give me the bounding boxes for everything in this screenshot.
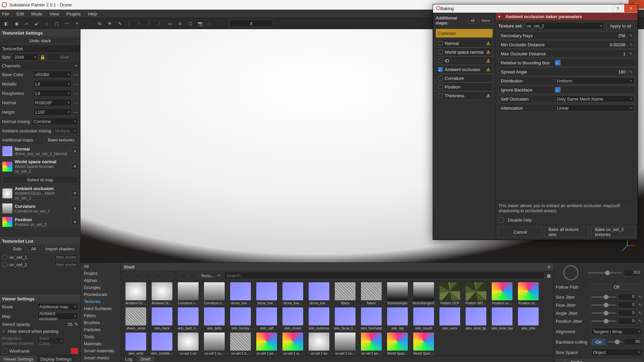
baking-bake-all-button[interactable]: Bake all texture sets (545, 227, 588, 237)
tab-viewer-settings[interactable]: Viewer Settings (0, 355, 37, 362)
shelf-view-1-icon[interactable] (124, 272, 132, 279)
baking-cancel-button[interactable]: Cancel (498, 227, 542, 237)
ts-import-shaders-button[interactable]: Import shaders (42, 245, 78, 252)
shelf-item[interactable]: drone_low… (307, 282, 331, 305)
shelf-cat-filters[interactable]: Filters (80, 312, 121, 319)
brush-angle-slider[interactable] (588, 272, 622, 274)
shelf-item[interactable]: drone_low… (281, 282, 305, 305)
wireframe-color-swatch[interactable] (71, 348, 78, 354)
shelf-view-6-icon[interactable] (179, 272, 187, 279)
channel-remove-icon[interactable]: — (74, 72, 78, 77)
tool-arrow-icon[interactable]: 〉 (207, 20, 214, 27)
bake-map-checkbox[interactable] (438, 76, 443, 80)
param-edit-icon[interactable]: ✎ (628, 33, 634, 39)
shelf-item[interactable]: skin_back (150, 307, 174, 330)
baking-none-button[interactable]: None (479, 17, 493, 24)
param-checkbox[interactable] (555, 87, 560, 93)
shelf-item[interactable]: drone_low… (228, 282, 253, 305)
shelf-item[interactable]: Pattern WO… (464, 282, 488, 305)
tab-display-settings[interactable]: Display Settings (37, 355, 75, 362)
tool-cycle-a-icon[interactable]: 〉 (126, 20, 133, 27)
tool-persp-icon[interactable]: ▭ (166, 20, 174, 27)
undo-stack-button[interactable]: Undo stack (2, 37, 78, 44)
map-slot[interactable]: PositionPosition uv_set_2✕ (0, 215, 80, 229)
shelf-item[interactable]: Curvature u… (176, 282, 200, 305)
map-slot[interactable]: Normaldrone_low_uv_set_2_Normal✕ (0, 144, 80, 158)
shelf-item[interactable]: uv-set 1 ao (176, 332, 200, 355)
shelf-item[interactable]: uv-set 1 d… (228, 332, 253, 355)
sizespace-dropdown[interactable]: Object (591, 349, 642, 356)
textureset-item[interactable]: uv_set_2 (9, 262, 52, 267)
shelf-view-5-icon[interactable] (164, 272, 172, 279)
shelf-item[interactable]: Position uv… (490, 282, 514, 305)
bake-map-checkbox[interactable] (438, 58, 443, 63)
shelf-categories[interactable]: AllProjectAlphasGrungesProceduralsTextur… (80, 263, 121, 362)
shelf-filter-tab[interactable]: Textu…✕ (199, 272, 222, 279)
shelf-item[interactable]: Pattern UCP (438, 282, 462, 305)
textureset-shader-button[interactable]: Main shader (54, 262, 78, 267)
shelf-item[interactable]: skin_wrist (124, 332, 148, 355)
shelf-item[interactable]: sheen_noise (124, 307, 148, 330)
menu-plugins[interactable]: Plugins (66, 11, 81, 16)
shelf-grid-icon[interactable]: ▦ (547, 273, 551, 278)
map-slot[interactable]: CurvatureCurvature uv_set_2✕ (0, 202, 80, 215)
tool-eraser-icon[interactable]: ▱ (23, 20, 30, 27)
param-dropdown[interactable]: Linear (555, 105, 634, 111)
param-value[interactable]: 0.00208 (553, 42, 628, 47)
backface-slider[interactable] (608, 341, 622, 343)
channel-remove-icon[interactable]: — (74, 110, 78, 115)
tool-cycle-b-icon[interactable]: 〉 (136, 20, 144, 27)
shelf-filter-close-icon[interactable]: ✕ (217, 274, 220, 278)
baking-all-button[interactable]: All (468, 17, 477, 24)
shelf-item[interactable]: World Spac… (412, 332, 436, 355)
shelf-item[interactable]: uv-set 1 w… (281, 332, 305, 355)
tool-eye-icon[interactable]: 👁 (106, 20, 113, 27)
shelf-item[interactable]: flakes (359, 282, 383, 305)
prop-slider[interactable] (591, 296, 616, 298)
tool-picker-icon[interactable]: ✎ (116, 20, 123, 27)
shelf-close-icon[interactable]: ✕ (547, 264, 551, 269)
shelf-item[interactable]: skin_nose_tip (464, 307, 488, 330)
bake-map-normal[interactable]: Normal⚠ (436, 39, 493, 48)
shelf-item[interactable]: skin_cheek (281, 307, 305, 330)
shelf-item[interactable]: skin_belly (202, 307, 226, 330)
param-edit-icon[interactable]: ✎ (628, 69, 634, 75)
tool-paint-icon[interactable]: ◧ (3, 20, 10, 27)
tool-mode-icon[interactable]: ◉ (13, 20, 20, 27)
ts-solo-button[interactable]: Solo (9, 245, 25, 252)
param-value[interactable]: 256 (553, 33, 628, 38)
shelf-item[interactable]: uv-set 1 po… (255, 332, 279, 355)
brush-angle-value[interactable]: 353 (624, 269, 642, 276)
shelf-item[interactable]: skin_nose_top (490, 307, 514, 330)
baking-apply-button[interactable]: Apply to all (606, 22, 635, 29)
tool-cycle-c-icon[interactable]: 〉 (146, 20, 154, 27)
viewer-mode-dropdown[interactable]: Additional map (38, 303, 78, 310)
shelf-item[interactable]: skin_bumpy (228, 307, 253, 330)
shelf-item[interactable]: skin_leg (385, 307, 410, 330)
bake-textures-button[interactable]: Bake textures (44, 136, 78, 143)
shelf-cat-hard-surfaces[interactable]: Hard Surfaces (80, 305, 121, 312)
menu-view[interactable]: View (50, 11, 59, 16)
tool-clone-icon[interactable]: ⌖ (73, 20, 80, 27)
shelf-item[interactable]: fibers (333, 282, 357, 305)
edit-icon[interactable]: ✎ (638, 319, 642, 324)
size-lock-icon[interactable]: 🔒 (40, 55, 45, 60)
map-clear-icon[interactable]: ✕ (71, 219, 78, 225)
stencil-opacity-edit-icon[interactable]: ✎ (74, 322, 78, 327)
shelf-view-2-icon[interactable] (134, 272, 142, 279)
baking-bake-set-button[interactable]: Bake uv_set_2 textures (591, 227, 635, 237)
tool-cycle-d-icon[interactable]: 〉 (156, 20, 164, 27)
baking-close-button[interactable] (624, 4, 638, 12)
bake-map-ambient-occlusion[interactable]: Ambient occlusion⚠ (436, 65, 493, 74)
shelf-item[interactable]: fresnelranges2 (412, 282, 436, 305)
shelf-view-7-icon[interactable] (189, 272, 197, 279)
alignment-dropdown[interactable]: Tangent | Wrap (591, 328, 642, 335)
menu-help[interactable]: Help (88, 11, 97, 16)
shelf-item[interactable]: skin_forehead (359, 307, 383, 330)
shelf-item[interactable]: fresnelranges (385, 282, 410, 305)
param-edit-icon[interactable]: ✎ (628, 42, 634, 48)
shelf-item[interactable]: World Spac… (385, 332, 410, 355)
channel-remove-icon[interactable]: — (74, 81, 78, 86)
channel-remove-icon[interactable]: — (74, 100, 78, 105)
tool-brush-icon[interactable]: 🖌 (33, 20, 40, 27)
